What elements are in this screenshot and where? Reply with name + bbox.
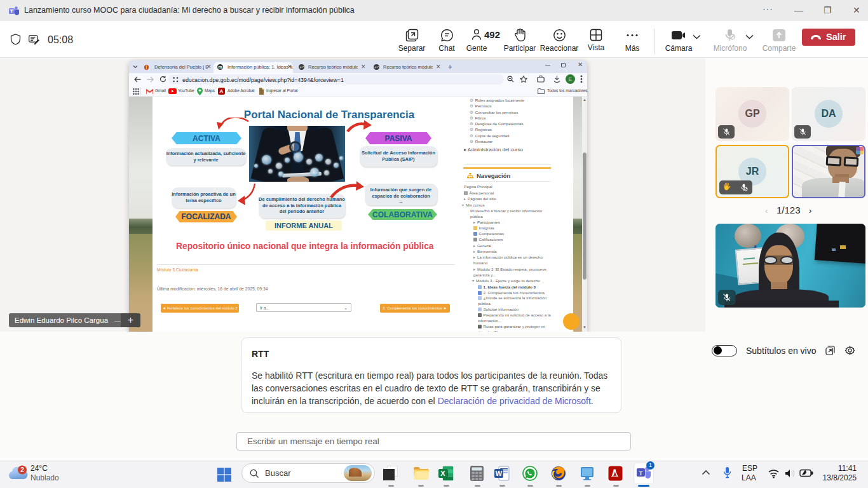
svg-text:W: W xyxy=(496,470,503,477)
svg-text:X: X xyxy=(440,470,445,477)
svg-text:2: 2 xyxy=(20,466,24,473)
svg-text:T: T xyxy=(639,470,643,477)
